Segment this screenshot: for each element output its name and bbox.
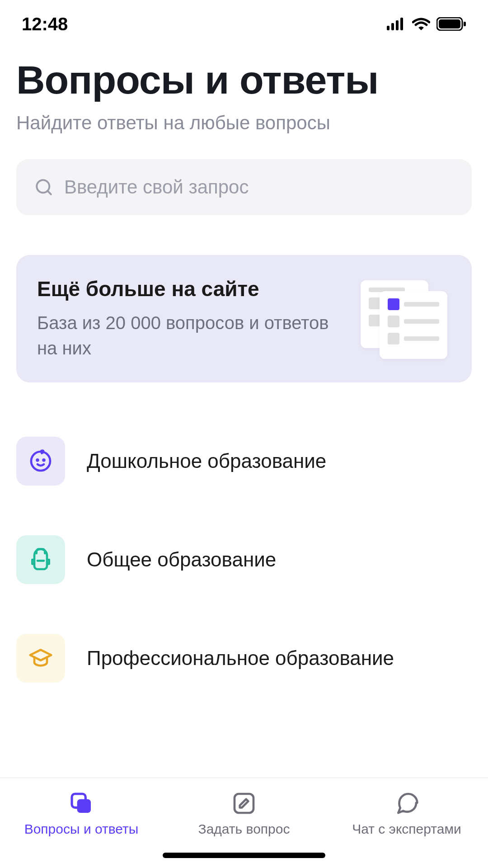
status-icons: [387, 17, 466, 31]
svg-rect-1: [391, 23, 394, 30]
nav-tab-chat[interactable]: Чат с экспертами: [325, 778, 488, 868]
nav-label: Чат с экспертами: [352, 821, 461, 837]
svg-rect-14: [235, 794, 253, 813]
category-icon-box: [16, 535, 65, 584]
battery-icon: [436, 17, 466, 31]
nav-label: Задать вопрос: [198, 821, 290, 837]
promo-card[interactable]: Ещё больше на сайте База из 20 000 вопро…: [16, 255, 472, 382]
category-label: Общее образование: [87, 548, 276, 571]
svg-point-10: [37, 459, 38, 461]
status-bar: 12:48: [0, 0, 488, 41]
svg-point-11: [43, 459, 45, 461]
category-preschool[interactable]: Дошкольное образование: [16, 437, 472, 486]
wifi-icon: [412, 18, 430, 30]
svg-line-8: [47, 191, 51, 194]
nav-tab-qa[interactable]: Вопросы и ответы: [0, 778, 163, 868]
backpack-icon: [28, 547, 53, 572]
category-label: Профессиональное образование: [87, 647, 394, 670]
svg-rect-2: [396, 20, 399, 30]
home-indicator[interactable]: [163, 853, 325, 858]
category-label: Дошкольное образование: [87, 450, 326, 472]
documents-illustration: [361, 280, 451, 357]
baby-face-icon: [28, 448, 53, 474]
search-box[interactable]: [16, 159, 472, 215]
chat-bubble-icon: [394, 791, 419, 816]
page-subtitle: Найдите ответы на любые вопросы: [16, 112, 472, 134]
category-professional[interactable]: Профессиональное образование: [16, 634, 472, 683]
category-icon-box: [16, 437, 65, 486]
signal-icon: [387, 18, 406, 30]
search-input[interactable]: [64, 176, 454, 198]
cards-icon: [69, 791, 94, 816]
category-icon-box: [16, 634, 65, 683]
svg-rect-0: [387, 26, 389, 30]
search-icon: [34, 178, 53, 197]
nav-label: Вопросы и ответы: [24, 821, 139, 837]
edit-square-icon: [231, 791, 257, 816]
promo-description: База из 20 000 вопросов и ответов на них: [37, 310, 352, 361]
promo-title: Ещё больше на сайте: [37, 277, 352, 301]
category-list: Дошкольное образование Общее образование…: [16, 437, 472, 683]
category-general[interactable]: Общее образование: [16, 535, 472, 584]
svg-rect-6: [464, 22, 466, 26]
page-title: Вопросы и ответы: [16, 57, 472, 103]
svg-rect-13: [77, 799, 91, 813]
svg-rect-3: [400, 18, 403, 30]
status-time: 12:48: [22, 14, 68, 34]
graduation-cap-icon: [28, 646, 53, 671]
svg-point-9: [31, 452, 50, 471]
svg-rect-5: [439, 19, 460, 28]
